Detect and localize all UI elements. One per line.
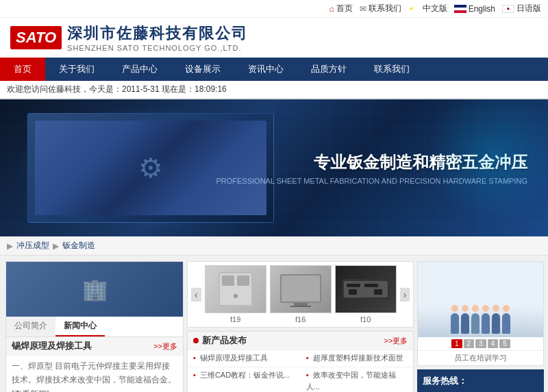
monitor-svg — [273, 269, 328, 310]
next-arrow-button[interactable]: › — [400, 288, 410, 302]
product-item-1[interactable]: f19 — [205, 265, 266, 323]
video-frame — [418, 262, 543, 337]
list-item[interactable]: • 超厚度塑料焊接新技术面世 — [301, 350, 414, 367]
breadcrumb-sep: ▶ — [53, 241, 59, 251]
product-items: f19 f16 — [205, 265, 397, 323]
nav-contact[interactable]: 联系我们 — [360, 58, 423, 81]
section-header: 新产品发布 >>更多 — [188, 332, 413, 350]
nav-products[interactable]: 产品中心 — [108, 58, 171, 81]
product-item-2[interactable]: f16 — [270, 265, 332, 323]
prev-arrow-button[interactable]: ‹ — [191, 288, 201, 302]
product-item-text: 锡焊原理及焊接工具 — [200, 354, 268, 362]
marquee-bar: 欢迎您访问佐藤科技，今天是：2011-5-31 现在是：18:09:16 — [0, 81, 548, 99]
breadcrumb-item-2[interactable]: 钣金制造 — [62, 240, 95, 252]
nav-news[interactable]: 资讯中心 — [234, 58, 297, 81]
svg-rect-8 — [290, 306, 311, 307]
tab-news[interactable]: 新闻中心 — [55, 317, 105, 336]
cn-flag-icon — [408, 5, 421, 13]
home-icon: ⌂ — [329, 4, 334, 14]
list-item[interactable]: • 效率改变中国，节能途福人... — [301, 367, 414, 392]
section-items: • 锡焊原理及焊接工具 • 超厚度塑料焊接新技术面世 • 三维CAD教程：钣金件… — [188, 350, 413, 392]
company-image: 🏢 — [6, 262, 183, 317]
news-header: 锡焊原理及焊接工具 >>更多 — [6, 337, 183, 356]
marquee-text: 欢迎您访问佐藤科技，今天是：2011-5-31 现在是：18:09:16 — [7, 84, 227, 94]
company-name-en: SHENZHEN SATO TECHNOLOGY GO.,LTD. — [67, 44, 248, 52]
banner: 专业钣金制造和精密五金冲压 PROFESSIONAL SHEET METAL F… — [0, 99, 548, 236]
contact-label: 联系我们 — [369, 3, 401, 14]
person-3 — [471, 305, 480, 334]
nav-about[interactable]: 关于我们 — [45, 58, 108, 81]
video-controls: 1 2 3 4 5 — [418, 337, 543, 350]
nav-equipment[interactable]: 设备展示 — [171, 58, 234, 81]
mail-icon: ✉ — [360, 4, 366, 14]
home-link[interactable]: ⌂ 首页 — [329, 3, 352, 14]
video-page-2[interactable]: 2 — [464, 339, 475, 348]
product-label-3: f10 — [360, 315, 371, 323]
middle-panel: ‹ f19 — [184, 261, 417, 392]
jp-link[interactable]: 日语版 — [502, 3, 541, 14]
banner-glow — [425, 99, 548, 223]
breadcrumb-item-1[interactable]: 冲压成型 — [16, 240, 49, 252]
nav-home[interactable]: 首页 — [0, 58, 45, 81]
news-title: 锡焊原理及焊接工具 — [12, 340, 92, 352]
nav-bar: 首页 关于我们 产品中心 设备展示 资讯中心 品质方针 联系我们 — [0, 58, 548, 81]
product-item-text: 效率改变中国，节能途福人... — [306, 371, 396, 391]
company-name-cn: 深圳市佐藤科技有限公司 — [67, 23, 248, 44]
product-nav: ‹ f19 — [191, 265, 410, 323]
svg-rect-11 — [347, 284, 360, 287]
list-item[interactable]: • 锡焊原理及焊接工具 — [188, 350, 301, 367]
product-label-1: f19 — [230, 315, 240, 323]
video-label: 员工在培训学习 — [418, 350, 543, 365]
product-thumb-1 — [205, 265, 266, 313]
part-svg — [338, 269, 393, 310]
video-page-3[interactable]: 3 — [475, 339, 486, 348]
video-scene — [418, 262, 543, 337]
video-section: 1 2 3 4 5 员工在培训学习 — [417, 261, 544, 366]
new-products-more[interactable]: >>更多 — [384, 336, 408, 346]
left-tabs: 公司简介 新闻中心 — [6, 317, 183, 337]
section-title-box: 新产品发布 — [193, 334, 247, 347]
svg-rect-6 — [282, 275, 320, 302]
tab-company[interactable]: 公司简介 — [6, 317, 55, 336]
product-label-2: f16 — [295, 315, 306, 323]
product-item-text: 超厚度塑料焊接新技术面世 — [313, 354, 403, 362]
bullet-icon: • — [306, 371, 309, 379]
product-showcase: ‹ f19 — [187, 261, 414, 328]
cn-label: 中文版 — [423, 3, 447, 14]
product-thumb-2 — [270, 265, 332, 313]
video-page-5[interactable]: 5 — [499, 339, 510, 348]
person-4 — [482, 305, 490, 334]
new-products-title: 新产品发布 — [202, 334, 247, 347]
contact-link[interactable]: ✉ 联系我们 — [360, 3, 401, 14]
people-row — [451, 305, 510, 334]
svg-rect-12 — [364, 284, 378, 287]
breadcrumb: ▶ 冲压成型 ▶ 钣金制造 — [0, 236, 548, 256]
cn-link[interactable]: 中文版 — [408, 3, 447, 14]
bullet-icon: • — [193, 371, 196, 379]
product-thumb-3 — [335, 265, 397, 313]
en-flag-icon — [454, 5, 466, 13]
nav-quality[interactable]: 品质方针 — [297, 58, 360, 81]
logo-abbr: SATO — [10, 26, 62, 49]
news-more-link[interactable]: >>更多 — [153, 341, 177, 352]
right-panel: 1 2 3 4 5 员工在培训学习 服务热线： 0755-37120316 ww… — [417, 261, 544, 392]
video-page-1[interactable]: 1 — [451, 339, 462, 348]
jp-label: 日语版 — [516, 3, 541, 14]
bullet-icon: • — [306, 354, 309, 362]
hotline-box: 服务热线： 0755-37120316 www.marketplace.com.… — [417, 369, 544, 392]
person-1 — [451, 305, 459, 334]
svg-rect-13 — [349, 289, 357, 295]
section-title-icon — [193, 338, 199, 343]
building-icon: 🏢 — [82, 278, 108, 302]
bullet-icon: • — [193, 354, 196, 362]
news-body-text: 一、焊原型 目前电子元仲焊接主要采用焊接技术。焊接技术来改变中国，节能途福合金。… — [12, 359, 177, 392]
svg-rect-3 — [237, 275, 249, 286]
news-main-body: 一、焊原型 目前电子元仲焊接主要采用焊接技术。焊接技术来改变中国，节能途福合金。… — [6, 356, 183, 392]
product-item-3[interactable]: f10 — [335, 265, 397, 323]
video-page-4[interactable]: 4 — [488, 339, 499, 348]
en-link[interactable]: English — [454, 4, 495, 14]
person-5 — [492, 305, 500, 334]
list-item[interactable]: • 三维CAD教程：钣金件说... — [188, 367, 301, 392]
product-item-text: 三维CAD教程：钣金件说... — [200, 371, 290, 379]
breadcrumb-arrow: ▶ — [7, 241, 13, 251]
